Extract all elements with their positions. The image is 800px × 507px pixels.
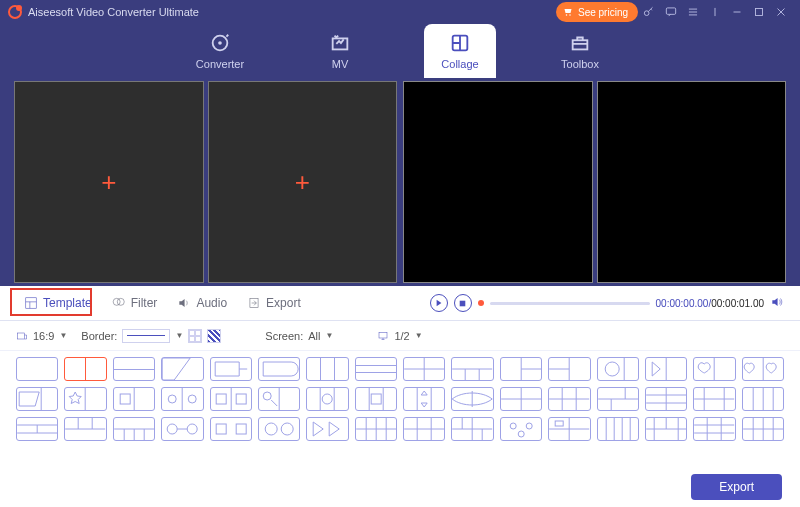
- template-icon: [24, 296, 38, 310]
- template-item[interactable]: [113, 417, 155, 441]
- template-item[interactable]: [355, 387, 397, 411]
- tab-toolbox[interactable]: Toolbox: [544, 24, 616, 78]
- playhead-dot[interactable]: [478, 300, 484, 306]
- template-item[interactable]: [645, 357, 687, 381]
- svg-rect-10: [26, 298, 37, 309]
- template-item[interactable]: [210, 357, 252, 381]
- subtab-audio[interactable]: Audio: [169, 292, 235, 314]
- template-item[interactable]: [645, 417, 687, 441]
- tab-collage[interactable]: Collage: [424, 24, 496, 78]
- see-pricing-button[interactable]: See pricing: [556, 2, 638, 22]
- border-color-picker[interactable]: [188, 329, 202, 343]
- play-button[interactable]: [430, 294, 448, 312]
- template-item[interactable]: [403, 417, 445, 441]
- template-item[interactable]: [500, 387, 542, 411]
- template-item[interactable]: [548, 417, 590, 441]
- template-item[interactable]: [548, 387, 590, 411]
- subtab-template[interactable]: Template: [16, 292, 100, 314]
- svg-point-20: [188, 395, 196, 403]
- template-item[interactable]: [161, 357, 203, 381]
- template-item[interactable]: [500, 417, 542, 441]
- divider: [704, 1, 726, 23]
- template-item[interactable]: [548, 357, 590, 381]
- collage-slot-2[interactable]: +: [208, 81, 398, 283]
- template-item[interactable]: [161, 387, 203, 411]
- template-item[interactable]: [403, 357, 445, 381]
- template-item[interactable]: [742, 417, 784, 441]
- template-item[interactable]: [64, 417, 106, 441]
- collage-slot-1[interactable]: +: [14, 81, 204, 283]
- page-select[interactable]: 1/2 ▼: [377, 330, 422, 342]
- template-item[interactable]: [16, 417, 58, 441]
- template-item[interactable]: [161, 417, 203, 441]
- player-controls: 00:00:00.00/00:00:01.00: [430, 294, 784, 312]
- monitor-icon: [377, 330, 389, 342]
- add-icon: +: [295, 167, 310, 198]
- template-item[interactable]: [258, 357, 300, 381]
- template-item[interactable]: [306, 387, 348, 411]
- template-item[interactable]: [355, 357, 397, 381]
- template-item[interactable]: [64, 357, 106, 381]
- template-item[interactable]: [500, 357, 542, 381]
- template-item[interactable]: [597, 417, 639, 441]
- maximize-button[interactable]: [748, 1, 770, 23]
- svg-point-11: [117, 298, 124, 305]
- template-item[interactable]: [742, 357, 784, 381]
- aspect-ratio-select[interactable]: 16:9 ▼: [16, 330, 67, 342]
- svg-point-27: [187, 424, 197, 434]
- template-item[interactable]: [693, 387, 735, 411]
- subtab-label: Export: [266, 296, 301, 310]
- subtab-label: Template: [43, 296, 92, 310]
- template-item[interactable]: [258, 387, 300, 411]
- svg-point-34: [518, 431, 524, 437]
- export-button[interactable]: Export: [691, 474, 782, 500]
- template-item[interactable]: [210, 417, 252, 441]
- svg-rect-17: [120, 394, 130, 404]
- chevron-down-icon: ▼: [59, 331, 67, 340]
- menu-icon[interactable]: [682, 1, 704, 23]
- tab-label: Toolbox: [561, 58, 599, 70]
- subtab-filter[interactable]: Filter: [104, 292, 166, 314]
- minimize-button[interactable]: [726, 1, 748, 23]
- template-item[interactable]: [451, 357, 493, 381]
- svg-point-33: [526, 423, 532, 429]
- border-pattern-picker[interactable]: [207, 329, 221, 343]
- template-item[interactable]: [451, 387, 493, 411]
- svg-rect-3: [666, 8, 675, 14]
- template-item[interactable]: [403, 387, 445, 411]
- template-item[interactable]: [16, 387, 58, 411]
- template-item[interactable]: [113, 357, 155, 381]
- stop-button[interactable]: [454, 294, 472, 312]
- template-item[interactable]: [693, 357, 735, 381]
- template-item[interactable]: [306, 417, 348, 441]
- template-item[interactable]: [355, 417, 397, 441]
- template-item[interactable]: [451, 417, 493, 441]
- template-item[interactable]: [693, 417, 735, 441]
- tab-mv[interactable]: MV: [304, 24, 376, 78]
- seek-track[interactable]: [490, 302, 650, 305]
- template-item[interactable]: [597, 387, 639, 411]
- template-item[interactable]: [113, 387, 155, 411]
- template-item[interactable]: [258, 417, 300, 441]
- svg-point-26: [167, 424, 177, 434]
- key-icon[interactable]: [638, 1, 660, 23]
- template-item[interactable]: [645, 387, 687, 411]
- close-button[interactable]: [770, 1, 792, 23]
- tab-converter[interactable]: Converter: [184, 24, 256, 78]
- template-item[interactable]: [597, 357, 639, 381]
- template-item[interactable]: [210, 387, 252, 411]
- screen-select[interactable]: Screen: All ▼: [265, 330, 333, 342]
- svg-point-0: [566, 14, 568, 16]
- svg-rect-35: [555, 421, 563, 426]
- template-item[interactable]: [64, 387, 106, 411]
- subtab-export[interactable]: Export: [239, 292, 309, 314]
- volume-icon[interactable]: [770, 295, 784, 311]
- template-item[interactable]: [16, 357, 58, 381]
- border-style-select[interactable]: [122, 329, 170, 343]
- template-item[interactable]: [306, 357, 348, 381]
- feedback-icon[interactable]: [660, 1, 682, 23]
- svg-rect-21: [216, 394, 226, 404]
- svg-rect-28: [216, 424, 226, 434]
- template-item[interactable]: [742, 387, 784, 411]
- svg-point-1: [569, 14, 571, 16]
